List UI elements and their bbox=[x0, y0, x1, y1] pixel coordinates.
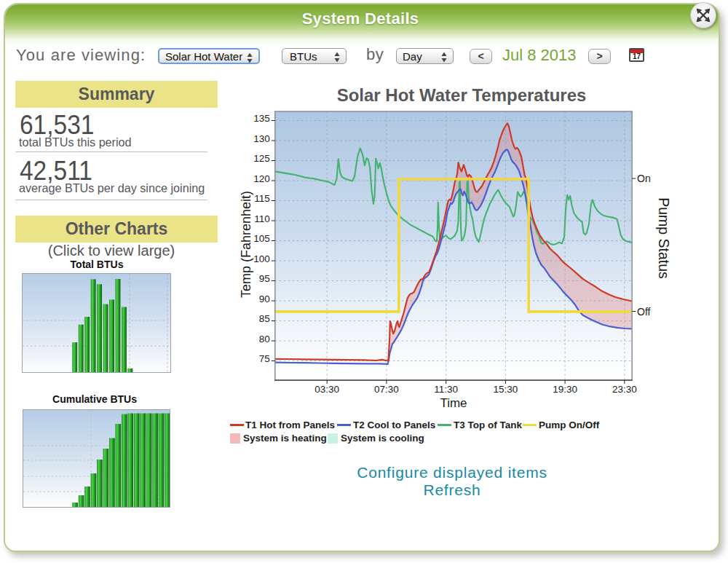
svg-text:105: 105 bbox=[253, 233, 270, 244]
svg-text:Temp (Fahrenheit): Temp (Fahrenheit) bbox=[239, 191, 253, 298]
svg-text:19:30: 19:30 bbox=[553, 384, 577, 395]
svg-text:90: 90 bbox=[259, 294, 270, 304]
svg-text:115: 115 bbox=[254, 193, 270, 204]
svg-text:135: 135 bbox=[253, 113, 270, 124]
svg-text:15:30: 15:30 bbox=[494, 384, 518, 395]
svg-text:110: 110 bbox=[254, 213, 270, 224]
svg-text:100: 100 bbox=[253, 253, 270, 264]
svg-text:95: 95 bbox=[259, 273, 270, 284]
svg-text:125: 125 bbox=[253, 153, 270, 164]
svg-text:23:30: 23:30 bbox=[612, 384, 637, 395]
svg-text:07:30: 07:30 bbox=[374, 384, 399, 395]
svg-text:Time: Time bbox=[440, 396, 467, 410]
svg-text:85: 85 bbox=[259, 313, 270, 324]
svg-text:Pump Status: Pump Status bbox=[656, 197, 672, 279]
svg-text:80: 80 bbox=[259, 334, 270, 345]
svg-text:On: On bbox=[637, 173, 651, 184]
svg-text:120: 120 bbox=[253, 173, 270, 184]
svg-text:75: 75 bbox=[259, 353, 270, 364]
svg-text:03:30: 03:30 bbox=[314, 384, 339, 395]
svg-text:130: 130 bbox=[253, 133, 270, 144]
svg-text:11:30: 11:30 bbox=[434, 384, 458, 395]
svg-text:Solar Hot Water Temperatures: Solar Hot Water Temperatures bbox=[337, 85, 587, 105]
svg-text:Off: Off bbox=[637, 306, 651, 318]
